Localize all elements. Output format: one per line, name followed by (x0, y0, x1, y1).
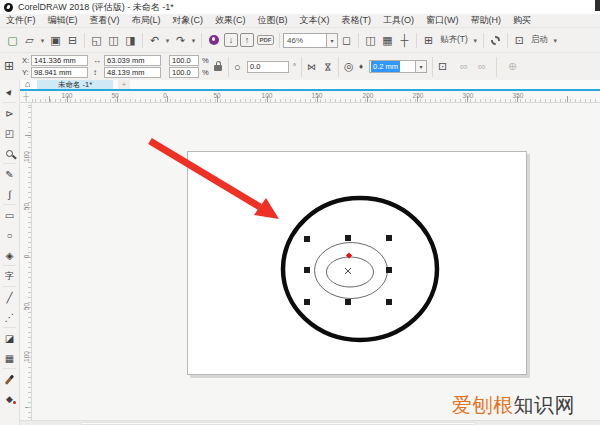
ruler-tick-label: 50 (111, 92, 118, 99)
artistic-media-tool[interactable]: ∫ (0, 184, 19, 204)
crop-tool[interactable]: ◰ (0, 123, 19, 143)
selection-handle[interactable] (304, 236, 310, 242)
horizontal-scrollbar[interactable] (20, 420, 600, 425)
drop-shadow-tool-icon: ◪ (5, 333, 14, 344)
toolbar-separator (279, 33, 280, 48)
outline-width-dropdown-icon[interactable]: ▾ (416, 60, 427, 73)
corner-roundness-icon[interactable]: ◎ (344, 60, 354, 72)
export-icon[interactable]: ↑ (240, 33, 254, 47)
selection-handle[interactable] (386, 299, 392, 305)
publish-pdf-icon[interactable]: PDF (257, 35, 274, 45)
rotation-angle-field[interactable]: 0.0 (247, 61, 289, 73)
menu-buy[interactable]: 购买 (507, 14, 537, 27)
selection-handle[interactable] (304, 267, 310, 273)
vertical-ruler[interactable]: 100 50 0 50 100 (20, 103, 32, 425)
selection-handle[interactable] (304, 299, 310, 305)
selection-handle[interactable] (386, 267, 392, 273)
show-guidelines-icon[interactable]: ┼ (396, 32, 413, 49)
object-height-field[interactable]: 48.139 mm (104, 67, 161, 78)
paste-special-icon[interactable]: ◱ (88, 32, 105, 49)
paste-icon[interactable]: ◨ (122, 32, 139, 49)
open-dropdown-icon[interactable]: ▾ (38, 32, 47, 49)
menu-bitmaps[interactable]: 位图(B) (252, 14, 294, 27)
redo-dropdown-icon[interactable]: ▾ (189, 32, 198, 49)
fullscreen-preview-icon[interactable]: ◻ (338, 32, 355, 49)
import-icon[interactable]: ↓ (224, 33, 238, 47)
menu-layout[interactable]: 布局(L) (126, 14, 167, 27)
transparency-tool[interactable]: ▦ (0, 348, 19, 368)
zoom-level-combobox[interactable]: 46% (283, 33, 327, 48)
connector-tool[interactable]: ⋰ (0, 307, 19, 327)
inner-ellipse-object[interactable] (327, 257, 374, 287)
selection-handles[interactable] (304, 235, 392, 305)
mirror-horizontal-icon[interactable]: ⋈ (307, 61, 316, 73)
curve-start-node[interactable] (346, 252, 352, 258)
save-icon[interactable]: ▣ (47, 32, 64, 49)
y-position-field[interactable]: 98.941 mm (31, 67, 88, 78)
menu-object[interactable]: 对象(C) (167, 14, 210, 27)
menu-text[interactable]: 文本(X) (294, 14, 336, 27)
ellipse-tool[interactable]: ○ (0, 225, 19, 245)
x-position-field[interactable]: 141.336 mm (31, 55, 88, 66)
polygon-tool[interactable]: ◈ (0, 245, 19, 265)
polygon-tool-icon: ◈ (6, 250, 14, 261)
selection-handle[interactable] (345, 235, 351, 241)
launch-window-icon[interactable]: ⊡ (511, 32, 528, 49)
menu-effects[interactable]: 效果(C) (209, 14, 252, 27)
rectangle-tool-icon: ▭ (5, 210, 14, 221)
snap-dropdown-icon[interactable]: ▾ (471, 32, 480, 49)
freehand-tool[interactable]: ✎ (0, 164, 19, 184)
launch-button[interactable]: 启动 (528, 34, 551, 46)
menu-tools[interactable]: 工具(O) (377, 14, 420, 27)
print-icon[interactable]: ⊟ (64, 32, 81, 49)
menu-edit[interactable]: 编辑(E) (42, 14, 84, 27)
freehand-tool-icon: ✎ (5, 169, 13, 180)
snap-off-icon[interactable]: ⊞ (420, 32, 437, 49)
outline-pen-icon: ♦ (359, 61, 363, 73)
menu-view[interactable]: 查看(V) (84, 14, 126, 27)
redo-icon[interactable]: ↷ (172, 32, 189, 49)
selection-handle[interactable] (386, 235, 392, 241)
open-icon[interactable]: ▱ (21, 32, 38, 49)
menu-help[interactable]: 帮助(H) (465, 14, 508, 27)
snap-to-button[interactable]: 贴齐(T) (437, 34, 471, 46)
show-grid-icon[interactable]: ▦ (379, 32, 396, 49)
wrap-text-icon[interactable]: ⊡ (438, 60, 447, 72)
color-eyedropper-tool[interactable] (0, 369, 19, 389)
menu-file[interactable]: 文件(F) (0, 14, 42, 27)
shape-tool-icon: ⊳ (5, 108, 13, 119)
text-tool[interactable]: 字 (0, 266, 19, 286)
zoom-tool[interactable] (0, 143, 19, 163)
drawing-workspace[interactable] (32, 103, 600, 425)
scale-horizontal-field[interactable]: 100.0 (169, 55, 199, 66)
middle-ellipse-object[interactable] (315, 243, 388, 299)
launch-dropdown-icon[interactable]: ▾ (551, 32, 560, 49)
new-document-tab-button[interactable]: + (118, 80, 130, 89)
dimension-tool[interactable]: ╱ (0, 287, 19, 307)
lock-ratio-icon[interactable] (214, 65, 222, 71)
outline-width-combobox[interactable]: 0.2 mm (369, 60, 416, 73)
new-document-icon[interactable]: ▢ (4, 32, 21, 49)
scale-vertical-field[interactable]: 100.0 (169, 67, 199, 78)
search-content-icon[interactable] (209, 35, 219, 45)
menu-table[interactable]: 表格(T) (336, 14, 378, 27)
shape-tool[interactable]: ⊳ (0, 103, 19, 123)
rectangle-tool[interactable]: ▭ (0, 205, 19, 225)
selection-handle[interactable] (345, 299, 351, 305)
interactive-fill-tool[interactable]: ◆ (0, 389, 19, 409)
undo-icon[interactable]: ↶ (146, 32, 163, 49)
pick-tool[interactable]: ► (0, 82, 19, 102)
copy-icon[interactable]: ◫ (105, 32, 122, 49)
options-gear-icon[interactable] (491, 36, 500, 45)
home-tab-icon[interactable]: ⌂ (25, 79, 30, 89)
object-width-field[interactable]: 63.039 mm (104, 55, 161, 66)
document-tab-active[interactable]: 未命名 -1* (37, 80, 113, 89)
menu-window[interactable]: 窗口(W) (420, 14, 465, 27)
mirror-vertical-icon[interactable]: ⋈ (322, 63, 334, 72)
drop-shadow-tool[interactable]: ◪ (0, 328, 19, 348)
ruler-origin-button[interactable]: ┼ (20, 91, 32, 103)
horizontal-ruler[interactable]: 100 50 0 50 100 150 200 250 300 350 (32, 91, 600, 103)
show-rulers-icon[interactable]: ◫ (362, 32, 379, 49)
zoom-level-dropdown-icon[interactable]: ▾ (327, 33, 338, 48)
undo-dropdown-icon[interactable]: ▾ (163, 32, 172, 49)
